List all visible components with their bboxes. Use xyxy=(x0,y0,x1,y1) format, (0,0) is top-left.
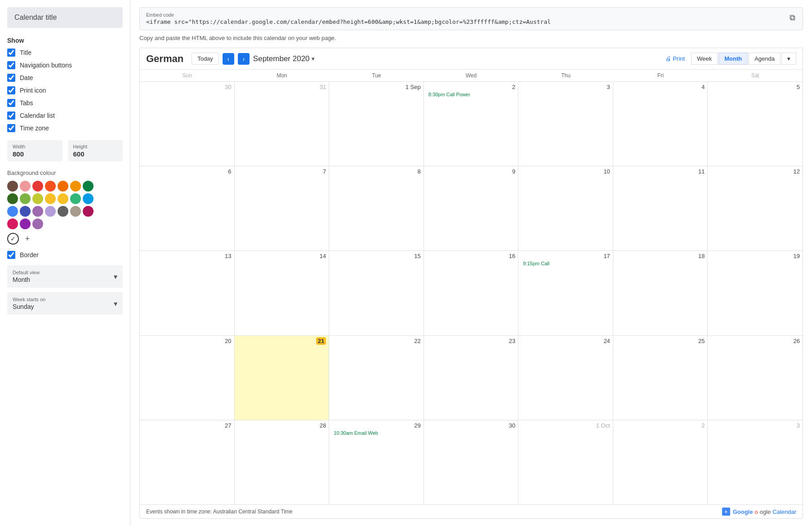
colour-dot-4[interactable] xyxy=(58,181,68,192)
checkbox-tabs[interactable] xyxy=(7,99,15,107)
cal-day-w1-d5[interactable]: 11 xyxy=(613,166,708,250)
colour-dot-6[interactable] xyxy=(83,181,94,192)
next-button[interactable]: › xyxy=(238,53,250,65)
cal-day-w4-d0[interactable]: 27 xyxy=(140,420,235,504)
copy-icon[interactable]: ⧉ xyxy=(789,12,796,23)
cal-day-w2-d1[interactable]: 14 xyxy=(235,251,330,335)
print-button[interactable]: 🖨 Print xyxy=(665,55,685,62)
colour-dot-9[interactable] xyxy=(32,193,43,204)
day-num-w2-d6: 19 xyxy=(710,253,800,259)
colour-dot-1[interactable] xyxy=(20,181,31,192)
cal-day-w2-d2[interactable]: 15 xyxy=(329,251,424,335)
day-num-w0-d1: 31 xyxy=(237,84,326,90)
colour-dot-23[interactable] xyxy=(32,218,43,229)
cal-day-w3-d2[interactable]: 22 xyxy=(329,336,424,420)
colour-check-icon[interactable]: ✓ xyxy=(7,233,19,245)
event-w0-d3-0[interactable]: 8:30pm Call Power xyxy=(427,91,516,98)
checkbox-callist[interactable] xyxy=(7,111,15,120)
cal-day-w4-d5[interactable]: 2 xyxy=(613,420,708,504)
more-view-button[interactable]: ▾ xyxy=(781,53,796,65)
add-colour-button[interactable]: + xyxy=(22,234,32,244)
checkbox-title[interactable] xyxy=(7,49,15,57)
cal-day-w1-d1[interactable]: 7 xyxy=(235,166,330,250)
agenda-view-button[interactable]: Agenda xyxy=(749,53,781,65)
cal-day-w1-d0[interactable]: 6 xyxy=(140,166,235,250)
checkbox-item-callist: Calendar list xyxy=(7,111,123,120)
cal-day-w0-d1[interactable]: 31 xyxy=(235,82,330,166)
cal-day-w0-d5[interactable]: 4 xyxy=(613,82,708,166)
cal-day-w0-d6[interactable]: 5 xyxy=(708,82,803,166)
event-w4-d2-0[interactable]: 10:30am Email Web xyxy=(332,430,421,436)
colour-dot-14[interactable] xyxy=(7,206,18,217)
cal-day-w1-d6[interactable]: 12 xyxy=(708,166,803,250)
cal-day-w3-d3[interactable]: 23 xyxy=(424,336,519,420)
day-header-wed: Wed xyxy=(424,70,519,81)
checkbox-item-date: Date xyxy=(7,74,123,82)
cal-day-w3-d0[interactable]: 20 xyxy=(140,336,235,420)
day-num-w4-d0: 27 xyxy=(143,422,232,429)
event-w2-d4-0[interactable]: 9:15pm Call xyxy=(521,260,610,267)
colour-dot-19[interactable] xyxy=(70,206,81,217)
month-year-dropdown-icon[interactable]: ▾ xyxy=(312,55,315,62)
cal-day-w0-d2[interactable]: 1 Sep xyxy=(329,82,424,166)
cal-day-w4-d4[interactable]: 1 Oct xyxy=(518,420,613,504)
cal-day-w0-d0[interactable]: 30 xyxy=(140,82,235,166)
colour-dot-0[interactable] xyxy=(7,181,18,192)
cal-day-w3-d6[interactable]: 26 xyxy=(708,336,803,420)
cal-day-w1-d4[interactable]: 10 xyxy=(518,166,613,250)
colour-dot-21[interactable] xyxy=(7,218,18,229)
colour-dot-17[interactable] xyxy=(45,206,56,217)
cal-day-w1-d2[interactable]: 8 xyxy=(329,166,424,250)
colour-dot-22[interactable] xyxy=(20,218,31,229)
today-button[interactable]: Today xyxy=(192,53,219,65)
colour-grid xyxy=(7,181,97,229)
colour-dot-13[interactable] xyxy=(83,193,94,204)
width-box: Width 800 xyxy=(7,140,62,161)
embed-label: Embed code xyxy=(146,12,784,18)
colour-dot-3[interactable] xyxy=(45,181,56,192)
cal-day-w3-d4[interactable]: 24 xyxy=(518,336,613,420)
colour-dot-12[interactable] xyxy=(70,193,81,204)
colour-dot-18[interactable] xyxy=(58,206,68,217)
cal-day-w2-d4[interactable]: 179:15pm Call xyxy=(518,251,613,335)
colour-dot-8[interactable] xyxy=(20,193,31,204)
colour-dot-15[interactable] xyxy=(20,206,31,217)
month-view-button[interactable]: Month xyxy=(718,53,748,65)
border-checkbox[interactable] xyxy=(7,251,15,259)
day-num-w2-d1: 14 xyxy=(237,253,326,259)
cal-day-w2-d5[interactable]: 18 xyxy=(613,251,708,335)
cal-day-w4-d2[interactable]: 2910:30am Email Web xyxy=(329,420,424,504)
cal-day-w3-d1[interactable]: 21 xyxy=(235,336,330,420)
colour-dot-5[interactable] xyxy=(70,181,81,192)
colour-dot-10[interactable] xyxy=(45,193,56,204)
cal-day-w0-d3[interactable]: 28:30pm Call Power xyxy=(424,82,519,166)
colour-dot-2[interactable] xyxy=(32,181,43,192)
cal-day-w2-d6[interactable]: 19 xyxy=(708,251,803,335)
week-view-button[interactable]: Week xyxy=(691,53,718,65)
cal-day-w0-d4[interactable]: 3 xyxy=(518,82,613,166)
day-headers: Sun Mon Tue Wed Thu Fri Sat xyxy=(140,70,803,82)
checkbox-print[interactable] xyxy=(7,86,15,94)
checkbox-nav[interactable] xyxy=(7,61,15,69)
cal-day-w4-d3[interactable]: 30 xyxy=(424,420,519,504)
bg-colour-label: Background colour xyxy=(7,169,123,176)
week-starts-dropdown[interactable]: Week starts on Sunday ▾ xyxy=(7,292,123,315)
colour-dot-7[interactable] xyxy=(7,193,18,204)
cal-day-w4-d1[interactable]: 28 xyxy=(235,420,330,504)
colour-dot-20[interactable] xyxy=(83,206,94,217)
checkbox-date[interactable] xyxy=(7,74,15,82)
default-view-dropdown[interactable]: Default view Month ▾ xyxy=(7,265,123,288)
footer-timezone: Events shown in time zone: Australian Ce… xyxy=(146,508,293,515)
embed-hint: Copy and paste the HTML above to include… xyxy=(139,35,803,41)
day-num-w4-d4: 1 Oct xyxy=(521,422,610,429)
cal-day-w4-d6[interactable]: 3 xyxy=(708,420,803,504)
cal-day-w1-d3[interactable]: 9 xyxy=(424,166,519,250)
colour-dot-16[interactable] xyxy=(32,206,43,217)
cal-day-w2-d3[interactable]: 16 xyxy=(424,251,519,335)
colour-dot-11[interactable] xyxy=(58,193,68,204)
calendar-weeks: 30311 Sep28:30pm Call Power3456789101112… xyxy=(140,82,803,504)
checkbox-timezone[interactable] xyxy=(7,124,15,132)
prev-button[interactable]: ‹ xyxy=(223,53,234,65)
cal-day-w3-d5[interactable]: 25 xyxy=(613,336,708,420)
cal-day-w2-d0[interactable]: 13 xyxy=(140,251,235,335)
